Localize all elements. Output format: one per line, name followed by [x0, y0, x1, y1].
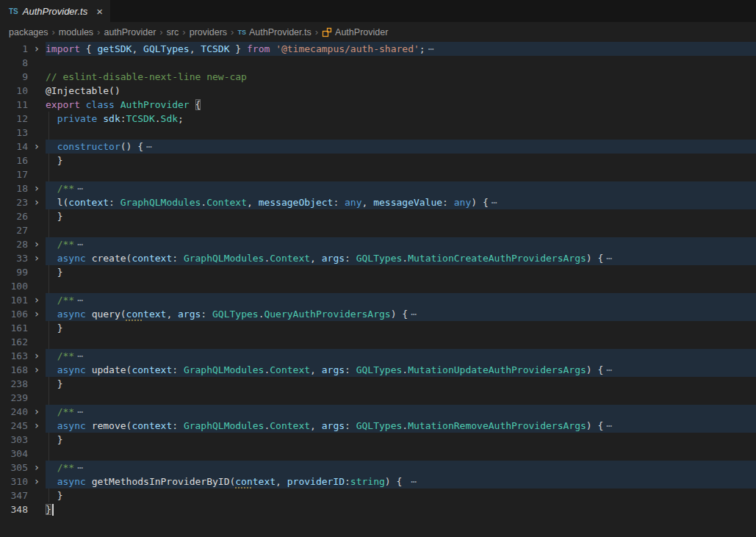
- fold-chevron-icon[interactable]: ›: [28, 307, 46, 321]
- fold-chevron-icon[interactable]: ›: [28, 461, 46, 475]
- code-text: async query(context, args: GQLTypes.Quer…: [46, 307, 756, 321]
- fold-chevron-icon[interactable]: ›: [28, 181, 46, 195]
- code-text: }: [46, 489, 756, 502]
- code-text: export class AuthProvider {: [46, 98, 756, 112]
- code-line[interactable]: 347 }: [0, 489, 756, 502]
- code-line[interactable]: 99 }: [0, 265, 756, 279]
- code-line[interactable]: 106› async query(context, args: GQLTypes…: [0, 307, 756, 321]
- indent-guide: [48, 223, 49, 237]
- code-line[interactable]: 11export class AuthProvider {: [0, 98, 756, 112]
- fold-chevron-icon[interactable]: ›: [28, 42, 46, 56]
- line-number: 348: [0, 502, 28, 516]
- breadcrumb: packages›modules›authProvider›src›provid…: [0, 22, 756, 42]
- code-line[interactable]: 9// eslint-disable-next-line new-cap: [0, 70, 756, 84]
- fold-chevron-icon[interactable]: ›: [28, 405, 46, 419]
- gutter-spacer: [28, 209, 46, 223]
- code-line[interactable]: 163› /**⋯: [0, 349, 756, 363]
- breadcrumb-item-packages[interactable]: packages: [9, 27, 48, 37]
- breadcrumb-item-src[interactable]: src: [167, 27, 179, 37]
- code-line[interactable]: 348}: [0, 502, 756, 516]
- code-text: [46, 447, 756, 461]
- code-line[interactable]: 27: [0, 223, 756, 237]
- fold-chevron-icon[interactable]: ›: [28, 363, 46, 377]
- breadcrumb-item-authprovider-ts[interactable]: TSAuthProvider.ts: [237, 27, 311, 37]
- code-line[interactable]: 303 }: [0, 433, 756, 447]
- code-line[interactable]: 245› async remove(context: GraphQLModule…: [0, 419, 756, 433]
- gutter-spacer: [28, 154, 46, 167]
- code-line[interactable]: 100: [0, 279, 756, 293]
- breadcrumb-item-modules[interactable]: modules: [59, 27, 93, 37]
- code-line[interactable]: 162: [0, 335, 756, 349]
- line-number: 18: [0, 181, 28, 195]
- code-text: async getMethodsInProviderByID(context, …: [46, 475, 756, 489]
- code-line[interactable]: 16 }: [0, 154, 756, 167]
- line-number: 163: [0, 349, 28, 363]
- code-line[interactable]: 8: [0, 56, 756, 70]
- line-number: 100: [0, 279, 28, 293]
- fold-chevron-icon[interactable]: ›: [28, 349, 46, 363]
- class-symbol-icon: [322, 27, 332, 37]
- chevron-right-icon: ›: [52, 26, 55, 37]
- code-line[interactable]: 240› /**⋯: [0, 405, 756, 419]
- line-number: 303: [0, 433, 28, 447]
- fold-chevron-icon[interactable]: ›: [28, 293, 46, 307]
- code-text: [46, 391, 756, 405]
- code-text: [46, 223, 756, 237]
- typescript-file-icon: TS: [9, 7, 18, 15]
- code-line[interactable]: 12 private sdk:TCSDK.Sdk;: [0, 112, 756, 126]
- line-number: 99: [0, 265, 28, 279]
- fold-chevron-icon[interactable]: ›: [28, 419, 46, 433]
- breadcrumb-item-label: AuthProvider.ts: [249, 27, 312, 37]
- chevron-right-icon: ›: [159, 26, 162, 37]
- code-line[interactable]: 310› async getMethodsInProviderByID(cont…: [0, 475, 756, 489]
- line-number: 23: [0, 195, 28, 209]
- code-line[interactable]: 17: [0, 167, 756, 181]
- line-number: 11: [0, 98, 28, 112]
- fold-chevron-icon[interactable]: ›: [28, 237, 46, 251]
- breadcrumb-item-providers[interactable]: providers: [190, 27, 227, 37]
- code-line[interactable]: 10@Injectable(): [0, 84, 756, 98]
- code-line[interactable]: 18› /**⋯: [0, 181, 756, 195]
- code-line[interactable]: 14› constructor() {⋯: [0, 140, 756, 154]
- gutter-spacer: [28, 167, 46, 181]
- code-line[interactable]: 1›import { getSDK, GQLTypes, TCSDK } fro…: [0, 42, 756, 56]
- tab-authprovider[interactable]: TS AuthProvider.ts ×: [0, 0, 110, 22]
- code-line[interactable]: 101› /**⋯: [0, 293, 756, 307]
- code-line[interactable]: 168› async update(context: GraphQLModule…: [0, 363, 756, 377]
- fold-chevron-icon[interactable]: ›: [28, 140, 46, 154]
- code-line[interactable]: 33› async create(context: GraphQLModules…: [0, 251, 756, 265]
- gutter-spacer: [28, 391, 46, 405]
- tab-bar: TS AuthProvider.ts ×: [0, 0, 756, 22]
- line-number: 14: [0, 140, 28, 154]
- gutter-spacer: [28, 377, 46, 391]
- fold-chevron-icon[interactable]: ›: [28, 251, 46, 265]
- code-line[interactable]: 239: [0, 391, 756, 405]
- fold-chevron-icon[interactable]: ›: [28, 475, 46, 489]
- code-line[interactable]: 304: [0, 447, 756, 461]
- breadcrumb-item-authprovider[interactable]: authProvider: [104, 27, 156, 37]
- code-text: /**⋯: [46, 405, 756, 419]
- gutter-spacer: [28, 265, 46, 279]
- code-text: }: [46, 154, 756, 167]
- code-line[interactable]: 161 }: [0, 321, 756, 335]
- code-line[interactable]: 28› /**⋯: [0, 237, 756, 251]
- line-number: 239: [0, 391, 28, 405]
- fold-chevron-icon[interactable]: ›: [28, 195, 46, 209]
- code-line[interactable]: 305› /**⋯: [0, 461, 756, 475]
- breadcrumb-item-authprovider[interactable]: AuthProvider: [322, 27, 388, 37]
- code-text: [46, 335, 756, 349]
- chevron-right-icon: ›: [182, 26, 185, 37]
- close-icon[interactable]: ×: [96, 6, 103, 17]
- breadcrumb-item-label: modules: [59, 27, 93, 37]
- text-cursor: [52, 504, 54, 516]
- indent-guide: [48, 489, 49, 502]
- gutter-spacer: [28, 84, 46, 98]
- line-number: 1: [0, 42, 28, 56]
- gutter-spacer: [28, 433, 46, 447]
- code-line[interactable]: 26 }: [0, 209, 756, 223]
- code-line[interactable]: 238 }: [0, 377, 756, 391]
- code-text: }: [46, 433, 756, 447]
- code-line[interactable]: 23› l(context: GraphQLModules.Context, m…: [0, 195, 756, 209]
- gutter-spacer: [28, 56, 46, 70]
- code-line[interactable]: 13: [0, 126, 756, 140]
